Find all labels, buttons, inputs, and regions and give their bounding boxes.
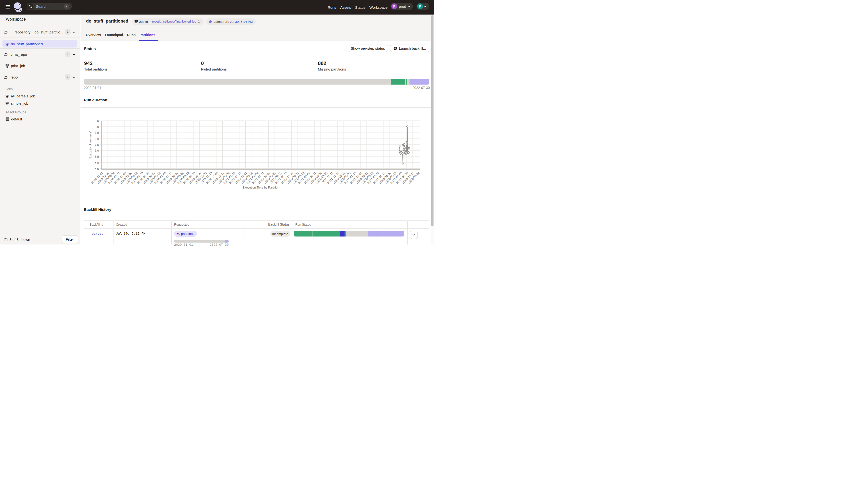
svg-text:Execution time (secs): Execution time (secs)	[89, 131, 92, 159]
svg-text:5.5: 5.5	[95, 167, 99, 171]
svg-text:9.5: 9.5	[95, 119, 99, 123]
svg-text:Execution Time by Partition: Execution Time by Partition	[243, 186, 279, 189]
svg-text:7.0: 7.0	[95, 149, 99, 153]
svg-text:8.5: 8.5	[95, 131, 99, 134]
svg-text:7.5: 7.5	[95, 143, 99, 146]
svg-text:6.5: 6.5	[95, 155, 99, 159]
svg-text:8.0: 8.0	[95, 137, 99, 140]
svg-text:6.0: 6.0	[95, 161, 99, 165]
svg-text:9.0: 9.0	[95, 125, 99, 129]
